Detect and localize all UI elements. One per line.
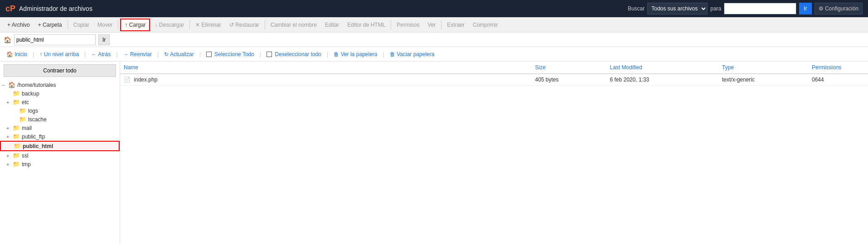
search-para: para xyxy=(710,5,721,12)
new-folder-button[interactable]: + Carpeta xyxy=(34,19,66,31)
tree-label-public-html: public_html xyxy=(23,143,53,149)
forward-button[interactable]: → Reenviar xyxy=(121,51,155,57)
col-header-name[interactable]: Name xyxy=(120,62,532,74)
new-file-button[interactable]: + Archivo xyxy=(4,19,34,31)
folder-icon-public-html: 📁 xyxy=(14,143,21,149)
address-go-button[interactable]: Ir xyxy=(98,34,110,45)
select-all-checkbox[interactable] xyxy=(206,52,212,57)
search-go-button[interactable]: Ir xyxy=(799,3,811,14)
search-input[interactable] xyxy=(724,3,796,14)
separator-1 xyxy=(68,20,68,29)
deselect-all-button[interactable]: Deseleccionar todo xyxy=(264,51,324,57)
folder-icon-mail: 📁 xyxy=(13,124,20,131)
tree-item-public-ftp[interactable]: + 📁 public_ftp xyxy=(0,132,120,141)
col-header-size[interactable]: Size xyxy=(532,62,606,74)
home-icon-button[interactable]: 🏠 xyxy=(4,36,11,43)
col-header-modified[interactable]: Last Modified xyxy=(606,62,719,74)
refresh-button[interactable]: ↻ Actualizar xyxy=(161,51,196,57)
tree-label-mail: mail xyxy=(22,125,32,131)
top-bar-left: cP Administrador de archivos xyxy=(5,4,92,14)
move-button[interactable]: Mover xyxy=(94,19,116,31)
tree-label-root: /home/tutoriales xyxy=(17,82,56,88)
toolbar: + Archivo + Carpeta Copiar Mover ↑ Carga… xyxy=(0,17,868,33)
tree-item-public-html[interactable]: 📁 public_html xyxy=(0,141,120,151)
delete-button[interactable]: ✕ Eliminar xyxy=(192,19,225,31)
tree-item-lscache[interactable]: 📁 lscache xyxy=(0,115,120,124)
main-layout: Contraer todo − 🏠 /home/tutoriales 📁 bac… xyxy=(0,62,868,244)
empty-trash-button[interactable]: 🗑 Vaciar papelera xyxy=(387,51,437,57)
config-button[interactable]: ⚙ Configuración xyxy=(815,3,863,14)
file-panel: Name Size Last Modified Type Permissions… xyxy=(120,62,868,244)
table-row[interactable]: 📄 index.php 405 bytes 6 feb 2020, 1:33 t… xyxy=(120,74,868,86)
tree-toggle-root: − xyxy=(2,82,8,88)
file-perms-cell: 0644 xyxy=(808,74,868,86)
sidebar: Contraer todo − 🏠 /home/tutoriales 📁 bac… xyxy=(0,62,120,244)
home-folder-icon: 🏠 xyxy=(8,81,15,88)
restore-button[interactable]: ↺ Restaurar xyxy=(226,19,263,31)
folder-icon-lscache: 📁 xyxy=(19,116,26,123)
tree-toggle-tmp: + xyxy=(6,162,13,167)
download-button[interactable]: ↓ Descargar xyxy=(151,19,188,31)
cpanel-logo: cP xyxy=(5,4,15,14)
tree-toggle-ssl: + xyxy=(6,153,13,158)
tree-label-tmp: tmp xyxy=(22,161,31,167)
tree-label-etc: etc xyxy=(22,99,29,105)
folder-icon-etc: 📁 xyxy=(13,99,20,105)
address-input[interactable] xyxy=(14,34,96,45)
copy-button[interactable]: Copiar xyxy=(70,19,93,31)
separator-4 xyxy=(265,20,265,29)
folder-icon-public-ftp: 📁 xyxy=(13,133,20,140)
separator-3 xyxy=(189,20,190,29)
compress-button[interactable]: Comprimir xyxy=(469,19,501,31)
tree-item-ssl[interactable]: + 📁 ssl xyxy=(0,151,120,160)
separator-5 xyxy=(391,20,391,29)
search-select[interactable]: Todos sus archivos xyxy=(647,3,708,14)
html-editor-button[interactable]: Editor de HTML xyxy=(344,19,389,31)
file-size-cell: 405 bytes xyxy=(532,74,606,86)
tree-item-logs[interactable]: 📁 logs xyxy=(0,106,120,115)
top-bar-right: Buscar Todos sus archivos para Ir ⚙ Conf… xyxy=(628,3,863,14)
tree-label-backup: backup xyxy=(22,91,39,97)
separator-2 xyxy=(118,20,118,29)
back-button[interactable]: ← Atrás xyxy=(89,51,114,57)
file-name-cell: 📄 index.php xyxy=(120,74,532,86)
tree-toggle-mail: + xyxy=(6,125,13,131)
inicio-button[interactable]: 🏠 Inicio xyxy=(4,51,30,57)
file-tree: − 🏠 /home/tutoriales 📁 backup + 📁 etc 📁 xyxy=(0,80,120,169)
col-header-permissions[interactable]: Permissions xyxy=(808,62,868,74)
tree-label-ssl: ssl xyxy=(22,153,29,159)
collapse-all-button[interactable]: Contraer todo xyxy=(4,64,116,77)
permissions-button[interactable]: Permisos xyxy=(393,19,423,31)
nav-bar: 🏠 Inicio | ↑ Un nivel arriba | ← Atrás |… xyxy=(0,47,868,62)
select-all-button[interactable]: Seleccione Todo xyxy=(204,51,257,57)
up-level-button[interactable]: ↑ Un nivel arriba xyxy=(37,51,82,57)
folder-icon-logs: 📁 xyxy=(19,107,26,114)
file-name: index.php xyxy=(134,77,157,83)
tree-item-root[interactable]: − 🏠 /home/tutoriales xyxy=(0,81,120,89)
tree-label-public-ftp: public_ftp xyxy=(22,134,45,140)
upload-button[interactable]: ↑ Cargar xyxy=(120,19,150,31)
tree-item-backup[interactable]: 📁 backup xyxy=(0,89,120,98)
tree-label-lscache: lscache xyxy=(28,116,47,123)
search-label: Buscar xyxy=(628,5,645,12)
app-title: Administrador de archivos xyxy=(19,5,92,12)
tree-item-mail[interactable]: + 📁 mail xyxy=(0,124,120,132)
col-header-type[interactable]: Type xyxy=(718,62,808,74)
extract-button[interactable]: Extraer xyxy=(443,19,468,31)
tree-toggle-public-ftp: + xyxy=(6,134,13,139)
view-trash-button[interactable]: 🗑 Ver la papelera xyxy=(331,51,380,57)
deselect-checkbox[interactable] xyxy=(267,52,272,57)
tree-item-etc[interactable]: + 📁 etc xyxy=(0,98,120,106)
tree-item-tmp[interactable]: + 📁 tmp xyxy=(0,160,120,168)
folder-icon-tmp: 📁 xyxy=(13,161,20,167)
address-bar: 🏠 Ir xyxy=(0,33,868,47)
view-button[interactable]: Ver xyxy=(424,19,439,31)
file-modified-cell: 6 feb 2020, 1:33 xyxy=(606,74,719,86)
tree-label-logs: logs xyxy=(28,108,38,114)
rename-button[interactable]: Cambiar el nombre xyxy=(267,19,320,31)
edit-button[interactable]: Editar xyxy=(321,19,343,31)
folder-icon-ssl: 📁 xyxy=(13,152,20,159)
file-icon: 📄 xyxy=(124,77,131,83)
file-type-cell: text/x-generic xyxy=(718,74,808,86)
tree-toggle-etc: + xyxy=(6,100,13,105)
